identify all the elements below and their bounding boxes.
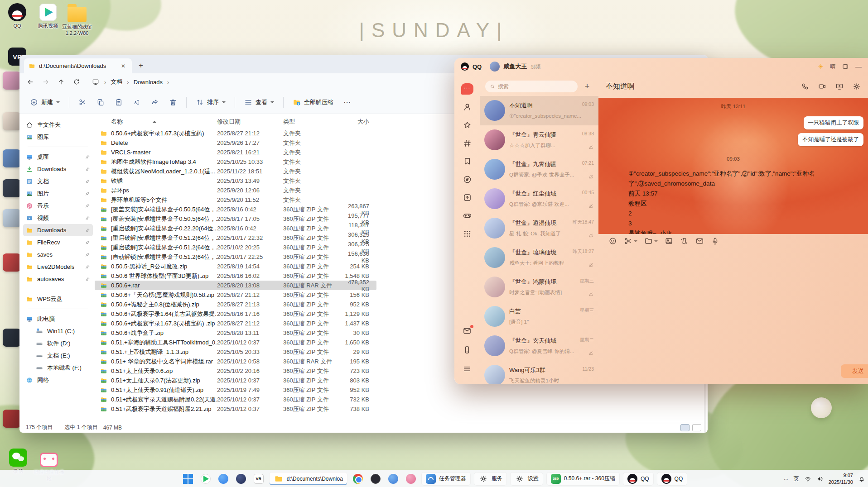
desktop-shortcut-tile[interactable] xyxy=(3,179,21,197)
taskbar-item-browser-blue[interactable] xyxy=(216,472,231,486)
desktop-shortcut-tile[interactable] xyxy=(3,253,21,272)
sidebar-item-Live2DModels[interactable]: Live2DModels xyxy=(23,261,93,273)
breadcrumb-documents[interactable]: 文档 xyxy=(107,76,125,88)
rail-item-gamepad-icon[interactable] xyxy=(458,206,476,224)
sort-button[interactable]: 排序 xyxy=(192,95,230,110)
sidebar-item-图库[interactable]: 图库 xyxy=(23,131,93,143)
column-header-name[interactable]: 名称 xyxy=(111,118,217,126)
file-row[interactable]: 地图生成器软件ImageToMap 3.42025/10/25 10:33文件夹 xyxy=(95,157,376,167)
taskbar-item-dark-app[interactable] xyxy=(368,472,383,486)
file-row[interactable]: 0.50.6+「天命榜(恶魔游戏规则)0.58.zip2025/8/27 21:… xyxy=(95,290,376,300)
taskbar-item-task-manager[interactable]: 任务管理器 xyxy=(421,472,471,486)
column-header-date[interactable]: 修改日期 xyxy=(217,118,283,126)
taskbar-item-vr[interactable]: VR xyxy=(251,472,266,486)
volume-icon[interactable] xyxy=(816,475,824,482)
desktop-shortcut-tile[interactable] xyxy=(3,410,21,428)
input-tool-mail-icon[interactable] xyxy=(695,237,704,245)
sidebar-item-Win11 (C:)[interactable]: Win11 (C:) xyxy=(23,325,93,337)
this-pc-icon[interactable] xyxy=(88,75,103,89)
sidebar-item-saves[interactable]: saves xyxy=(23,248,93,261)
file-row[interactable]: 0.51+武极衰宇录天道赐福附屋0.22(天道...2025/10/12 0:3… xyxy=(95,395,376,404)
taskbar-item-pink-app[interactable] xyxy=(404,472,418,486)
view-button[interactable]: 查看 xyxy=(240,95,278,110)
chat-list-item[interactable]: 『世盒』青云仙疆☆☆☆加入了群聊...08:38 xyxy=(480,125,598,155)
taskbar-item-tencent-video[interactable] xyxy=(198,472,213,486)
input-tool-shake-icon[interactable] xyxy=(680,237,689,245)
chat-list-item[interactable]: 『世盒』九霄仙疆Q群管家: @季欢 世界盒子...07:21 xyxy=(480,155,598,184)
file-row[interactable]: 异环单机版等5个文件2025/9/20 11:52文件夹 xyxy=(95,195,376,205)
panel-layout-icon[interactable] xyxy=(842,63,849,70)
file-row[interactable]: 0.51+武极衰宇录天道赐福附屋2.21.zip2025/10/12 0:373… xyxy=(95,404,376,414)
column-header-size[interactable]: 大小 xyxy=(339,118,372,126)
file-row[interactable]: 0.50.6+武极衰宇录1.67.3(灵植宝药) .zip2025/8/27 2… xyxy=(95,319,376,328)
taskbar-clock[interactable]: 9:07 2025/11/30 xyxy=(829,472,853,486)
file-row[interactable]: 0.51+太上仙天录0.91(仙道诸天).zip2025/10/19 7:493… xyxy=(95,385,376,395)
hidden-icons-button[interactable]: ︿ xyxy=(784,475,789,482)
sidebar-item-音乐[interactable]: 音乐 xyxy=(23,200,93,212)
file-row[interactable]: VRCLS-master2025/8/21 16:21文件夹 xyxy=(95,148,376,157)
new-button[interactable]: 新建 xyxy=(26,95,64,110)
rail-item-mail-icon[interactable] xyxy=(458,322,476,340)
new-tab-button[interactable]: + xyxy=(135,59,147,72)
chat-list-item[interactable]: 『世盒』红尘仙域Q群管家: @京乐湛 欢迎...00:45 xyxy=(480,184,598,214)
sidebar-item-主文件夹[interactable]: 主文件夹 xyxy=(23,119,93,131)
chat-list-item[interactable]: Wang可乐3群飞天鲨鱼的精灵1小时11/23 xyxy=(480,361,598,384)
file-row[interactable]: [覆盖安装]安卓端世界盒子0.50.5(64位，...2025/8/16 0:4… xyxy=(95,205,376,214)
input-tool-image-icon[interactable] xyxy=(665,237,673,245)
details-view-toggle[interactable] xyxy=(680,424,690,431)
minimize-button[interactable]: — xyxy=(855,63,862,70)
share-button[interactable] xyxy=(147,95,163,110)
message-input-area[interactable]: 发送 xyxy=(598,248,868,385)
taskbar-item-blue-app[interactable] xyxy=(386,472,400,486)
paste-button[interactable] xyxy=(111,95,127,110)
rail-item-grid-dots-icon[interactable] xyxy=(458,224,476,243)
sidebar-item-文档[interactable]: 文档 xyxy=(23,175,93,187)
sidebar-item-WPS云盘[interactable]: WPS云盘 xyxy=(23,293,93,305)
file-row[interactable]: 模组装载器NeoModLoader_1.2.0.1(适...2025/11/22… xyxy=(95,167,376,176)
rename-button[interactable] xyxy=(129,95,145,110)
sidebar-item-图片[interactable]: 图片 xyxy=(23,187,93,200)
taskbar-item-qq[interactable]: QQ xyxy=(657,472,688,486)
desktop-shortcut-tile[interactable] xyxy=(3,329,21,347)
chat-list-item[interactable]: 白芸[语音] 1"星期三 xyxy=(480,302,598,331)
desktop-icon-tencent-video[interactable]: 腾讯视频 xyxy=(32,3,64,29)
file-row[interactable]: [覆盖安装]安卓端世界盒子0.50.5(64位，...2025/8/17 17:… xyxy=(95,214,376,224)
file-row[interactable]: 铁锈2025/10/3 13:49文件夹 xyxy=(95,176,376,186)
file-row[interactable]: [自动解锁]安卓端世界盒子0.51.2(64位，...2025/10/17 22… xyxy=(95,252,376,262)
cut-button[interactable] xyxy=(74,95,91,110)
sidebar-item-软件 (D:)[interactable]: 软件 (D:) xyxy=(23,337,93,349)
file-row[interactable]: Delete2025/9/26 17:27文件夹 xyxy=(95,138,376,148)
input-tool-screenshot-icon[interactable] xyxy=(624,237,637,245)
rail-item-chat-bubble-icon[interactable]: ··· xyxy=(458,80,476,98)
back-button[interactable] xyxy=(23,75,38,89)
taskbar-item-explorer[interactable]: d:\Documents\Downloa xyxy=(269,472,347,486)
file-row[interactable]: 0.50.6+战争盒子.zip2025/8/28 13:11360压缩 ZIP … xyxy=(95,328,376,338)
rail-item-person-icon[interactable] xyxy=(458,98,476,116)
extract-all-button[interactable]: 全部解压缩 xyxy=(289,95,338,110)
file-row[interactable]: 异环ps2025/9/20 12:06文件夹 xyxy=(95,186,376,195)
add-chat-button[interactable]: + xyxy=(581,81,593,92)
taskbar-item-settings[interactable]: 设置 xyxy=(510,472,543,486)
copy-button[interactable] xyxy=(92,95,109,110)
chat-list-item[interactable]: 『世盒』琉璃仙境咸鱼大王: 看网上的教程昨天18:27 xyxy=(480,243,598,272)
tab-close-icon[interactable]: ✕ xyxy=(119,62,127,70)
sidebar-item-此电脑[interactable]: 此电脑 xyxy=(23,313,93,325)
desktop-shortcut-tile[interactable] xyxy=(3,72,21,90)
rail-item-hash-icon[interactable] xyxy=(458,134,476,152)
file-row[interactable]: 0.50.6 世界球体模型(平面3D更新).zip2025/8/16 16:02… xyxy=(95,271,376,281)
file-row[interactable]: 0.51.+寒海的辅助工具SHTToolkitmod_0...2025/10/1… xyxy=(95,338,376,347)
explorer-tab[interactable]: d:\Documents\Downloads ✕ xyxy=(24,58,132,73)
taskbar-item-qq[interactable]: QQ xyxy=(623,472,654,486)
taskbar-item-navy-app[interactable] xyxy=(234,472,248,486)
forward-button[interactable] xyxy=(39,75,53,89)
file-row[interactable]: [重启破解]安卓端世界盒子0.51.2(64位，...2025/10/2 20:… xyxy=(95,243,376,252)
taskbar-item-zip360[interactable]: 3600.50.6+.rar - 360压缩 xyxy=(546,472,620,486)
phone-icon[interactable] xyxy=(801,82,809,91)
delete-button[interactable] xyxy=(165,95,181,110)
rail-item-bookmark-icon[interactable] xyxy=(458,152,476,170)
search-input[interactable]: 搜索 xyxy=(485,81,578,92)
sidebar-item-网络[interactable]: 网络 xyxy=(23,374,93,386)
rail-item-menu-icon[interactable] xyxy=(458,360,476,378)
column-header-type[interactable]: 类型 xyxy=(283,118,339,126)
desktop-icon-folder[interactable]: 亚蓝猫的残留 1.2.2-W80 xyxy=(61,4,93,37)
